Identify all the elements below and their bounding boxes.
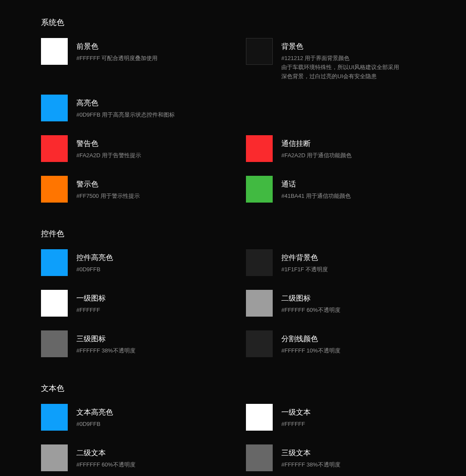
- color-label: 警告色: [76, 139, 141, 149]
- color-label: 高亮色: [76, 98, 175, 108]
- color-item: 控件背景色#1F1F1F 不透明度: [246, 249, 425, 276]
- color-swatch: [246, 38, 273, 65]
- color-item: 前景色#FFFFFF 可配合透明度叠加使用: [41, 38, 220, 81]
- color-text-block: 前景色#FFFFFF 可配合透明度叠加使用: [76, 38, 158, 63]
- color-item: 三级图标#FFFFFF 38%不透明度: [41, 330, 220, 357]
- section-title: 控件色: [41, 228, 425, 239]
- color-palette-document: 系统色前景色#FFFFFF 可配合透明度叠加使用背景色#121212 用于界面背…: [41, 17, 425, 471]
- color-text-block: 控件背景色#1F1F1F 不透明度: [281, 249, 328, 274]
- color-description: #FFFFFF 38%不透明度: [281, 460, 340, 470]
- section: 文本色文本高亮色#0D9FFB一级文本#FFFFFF二级文本#FFFFFF 60…: [41, 383, 425, 471]
- color-swatch: [246, 290, 273, 317]
- empty-cell: [246, 95, 425, 121]
- color-item: 一级文本#FFFFFF: [246, 404, 425, 431]
- color-description: #FF7500 用于警示性提示: [76, 192, 140, 201]
- color-label: 警示色: [76, 179, 140, 189]
- color-text-block: 二级文本#FFFFFF 60%不透明度: [76, 444, 135, 470]
- color-swatch: [246, 404, 273, 431]
- color-description: #FFFFFF 38%不透明度: [76, 346, 135, 355]
- color-label: 前景色: [76, 41, 158, 51]
- color-text-block: 高亮色#0D9FFB 用于高亮显示状态控件和图标: [76, 95, 175, 120]
- color-grid: 前景色#FFFFFF 可配合透明度叠加使用背景色#121212 用于界面背景颜色…: [41, 38, 425, 203]
- color-swatch: [246, 444, 273, 471]
- color-description: #FFFFFF 可配合透明度叠加使用: [76, 54, 158, 63]
- color-grid: 控件高亮色#0D9FFB控件背景色#1F1F1F 不透明度一级图标#FFFFFF…: [41, 249, 425, 357]
- color-description: #0D9FFB: [76, 265, 113, 274]
- color-item: 二级文本#FFFFFF 60%不透明度: [41, 444, 220, 471]
- color-description: #41BA41 用于通信功能颜色: [281, 192, 351, 201]
- color-item: 二级图标#FFFFFF 60%不透明度: [246, 290, 425, 317]
- color-label: 控件高亮色: [76, 253, 113, 263]
- color-item: 警告色#FA2A2D 用于告警性提示: [41, 135, 220, 162]
- color-description: #FFFFFF 60%不透明度: [281, 306, 340, 315]
- color-text-block: 分割线颜色#FFFFFF 10%不透明度: [281, 330, 340, 355]
- color-text-block: 一级文本#FFFFFF: [281, 404, 311, 429]
- color-item: 通信挂断#FA2A2D 用于通信功能颜色: [246, 135, 425, 162]
- color-swatch: [41, 330, 68, 357]
- section: 系统色前景色#FFFFFF 可配合透明度叠加使用背景色#121212 用于界面背…: [41, 17, 425, 203]
- color-text-block: 二级图标#FFFFFF 60%不透明度: [281, 290, 340, 315]
- color-label: 文本高亮色: [76, 407, 113, 417]
- color-description: #1F1F1F 不透明度: [281, 265, 328, 274]
- section: 控件色控件高亮色#0D9FFB控件背景色#1F1F1F 不透明度一级图标#FFF…: [41, 228, 425, 357]
- color-item: 三级文本#FFFFFF 38%不透明度: [246, 444, 425, 471]
- color-label: 背景色: [281, 41, 402, 51]
- color-swatch: [41, 38, 68, 65]
- color-swatch: [246, 330, 273, 357]
- color-swatch: [41, 135, 68, 162]
- color-grid: 文本高亮色#0D9FFB一级文本#FFFFFF二级文本#FFFFFF 60%不透…: [41, 404, 425, 471]
- color-item: 背景色#121212 用于界面背景颜色由于车载环境特殊性，所以UI风格建议全部采…: [246, 38, 425, 81]
- color-label: 三级文本: [281, 448, 340, 458]
- color-description: #FFFFFF: [281, 420, 311, 429]
- color-label: 二级图标: [281, 293, 340, 303]
- color-label: 分割线颜色: [281, 334, 340, 344]
- color-label: 一级图标: [76, 293, 106, 303]
- color-description: #FFFFFF 60%不透明度: [76, 460, 135, 470]
- color-swatch: [246, 135, 273, 162]
- color-item: 警示色#FF7500 用于警示性提示: [41, 176, 220, 203]
- color-label: 通信挂断: [281, 139, 352, 149]
- color-text-block: 一级图标#FFFFFF: [76, 290, 106, 315]
- color-text-block: 背景色#121212 用于界面背景颜色由于车载环境特殊性，所以UI风格建议全部采…: [281, 38, 402, 81]
- color-text-block: 警告色#FA2A2D 用于告警性提示: [76, 135, 141, 160]
- section-title: 文本色: [41, 383, 425, 393]
- color-description: #FFFFFF: [76, 306, 106, 315]
- color-text-block: 三级文本#FFFFFF 38%不透明度: [281, 444, 340, 470]
- color-label: 三级图标: [76, 334, 135, 344]
- color-item: 分割线颜色#FFFFFF 10%不透明度: [246, 330, 425, 357]
- color-item: 一级图标#FFFFFF: [41, 290, 220, 317]
- color-description: #FA2A2D 用于告警性提示: [76, 151, 141, 160]
- color-swatch: [246, 176, 273, 203]
- color-text-block: 通信挂断#FA2A2D 用于通信功能颜色: [281, 135, 352, 160]
- color-item: 通话#41BA41 用于通信功能颜色: [246, 176, 425, 203]
- color-item: 文本高亮色#0D9FFB: [41, 404, 220, 431]
- color-description: #121212 用于界面背景颜色由于车载环境特殊性，所以UI风格建议全部采用深色…: [281, 54, 402, 81]
- section-title: 系统色: [41, 17, 425, 28]
- color-label: 一级文本: [281, 407, 311, 417]
- color-description: #0D9FFB 用于高亮显示状态控件和图标: [76, 111, 175, 120]
- color-swatch: [41, 95, 68, 121]
- color-description: #FFFFFF 10%不透明度: [281, 346, 340, 355]
- color-text-block: 警示色#FF7500 用于警示性提示: [76, 176, 140, 201]
- color-label: 二级文本: [76, 448, 135, 458]
- color-description: #0D9FFB: [76, 420, 113, 429]
- color-swatch: [41, 404, 68, 431]
- color-text-block: 控件高亮色#0D9FFB: [76, 249, 113, 274]
- color-text-block: 通话#41BA41 用于通信功能颜色: [281, 176, 351, 201]
- color-text-block: 三级图标#FFFFFF 38%不透明度: [76, 330, 135, 355]
- color-label: 控件背景色: [281, 253, 328, 263]
- color-description: #FA2A2D 用于通信功能颜色: [281, 151, 352, 160]
- color-swatch: [41, 444, 68, 471]
- color-text-block: 文本高亮色#0D9FFB: [76, 404, 113, 429]
- color-item: 高亮色#0D9FFB 用于高亮显示状态控件和图标: [41, 95, 220, 121]
- color-swatch: [41, 249, 68, 276]
- color-swatch: [246, 249, 273, 276]
- color-item: 控件高亮色#0D9FFB: [41, 249, 220, 276]
- color-swatch: [41, 290, 68, 317]
- color-label: 通话: [281, 179, 351, 189]
- color-swatch: [41, 176, 68, 203]
